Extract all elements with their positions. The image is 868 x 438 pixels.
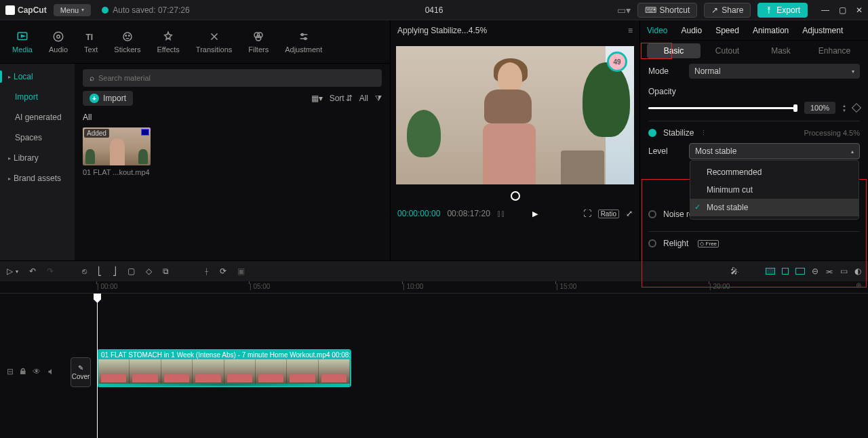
opacity-stepper[interactable]: ▲▼: [842, 104, 846, 113]
crop-preview-icon[interactable]: ⛶: [583, 209, 591, 218]
crop-icon[interactable]: ▣: [237, 266, 245, 276]
settings-icon[interactable]: ◐: [854, 266, 861, 276]
undo-icon[interactable]: ↶: [29, 266, 36, 276]
video-clip[interactable]: 01 FLAT STOMACH in 1 Week (Intense Abs) …: [97, 349, 351, 387]
play-button[interactable]: ▶: [532, 210, 538, 218]
preview-player: Applying Stabilize...4.5% ≡ 49 00:00:00:…: [391, 20, 640, 260]
track-toggle-2[interactable]: [782, 268, 789, 275]
progress-badge: 49: [607, 52, 627, 72]
inspector-tab-speed[interactable]: Speed: [715, 26, 739, 35]
level-select[interactable]: Most stable▴ Recommended Minimum cut ✓Mo…: [689, 143, 860, 159]
trim-left-icon[interactable]: ⎣: [98, 266, 102, 276]
minimize-icon[interactable]: —: [821, 5, 829, 15]
opacity-value[interactable]: 100%: [804, 102, 835, 114]
stabilize-checkbox[interactable]: [648, 129, 656, 137]
media-thumbnail[interactable]: Added 01 FLAT ...kout.mp4: [83, 127, 151, 176]
relight-checkbox[interactable]: [648, 239, 656, 247]
level-option-recommended[interactable]: Recommended: [690, 163, 859, 181]
shortcut-button[interactable]: ⌨Shortcut: [637, 3, 698, 18]
grid-view-icon[interactable]: ▦▾: [311, 94, 323, 103]
pointer-tool-icon[interactable]: ▷: [7, 266, 13, 276]
track-visibility-icon[interactable]: 👁︎: [33, 367, 41, 376]
magnet-icon[interactable]: ⊖: [812, 266, 818, 276]
track-toggle-3[interactable]: [795, 268, 805, 275]
search-input[interactable]: ⌕: [83, 69, 382, 87]
fullscreen-icon[interactable]: ⤢: [626, 209, 633, 218]
pointer-menu-icon[interactable]: ▾: [16, 268, 18, 275]
keyframe-icon[interactable]: [852, 103, 861, 113]
ratio-button[interactable]: Ratio: [598, 210, 619, 218]
search-icon: ⌕: [90, 73, 94, 83]
tab-media[interactable]: Media: [4, 26, 41, 58]
export-button[interactable]: ⭱Export: [757, 3, 808, 18]
player-menu-icon[interactable]: ≡: [628, 26, 633, 35]
sidebar-item-spaces[interactable]: Spaces: [0, 127, 75, 148]
tab-adjustment[interactable]: Adjustment: [277, 26, 330, 58]
track-toggle-1[interactable]: [766, 268, 775, 275]
tab-stickers[interactable]: Stickers: [106, 26, 149, 58]
processing-spinner-icon: [511, 191, 520, 201]
logo-icon: [5, 5, 15, 15]
stabilize-label: Stabilize: [663, 128, 694, 138]
tab-effects[interactable]: Effects: [149, 26, 187, 58]
preview-icon[interactable]: ▭: [840, 266, 848, 276]
import-button[interactable]: +Import: [83, 91, 133, 106]
subtab-cutout[interactable]: Cutout: [701, 43, 754, 58]
subtab-enhance[interactable]: Enhance: [808, 43, 861, 58]
video-preview[interactable]: 49: [396, 46, 634, 184]
sidebar-item-library[interactable]: ▸Library: [0, 148, 75, 168]
track-collapse-icon[interactable]: ⊟: [7, 367, 14, 376]
close-icon[interactable]: ✕: [856, 5, 863, 15]
timeline-body[interactable]: ⊟ 🔒︎ 👁︎ 🔈︎ ✎ Cover 01 FLAT STOMACH in 1 …: [0, 294, 868, 438]
sidebar-item-import[interactable]: Import: [0, 87, 75, 107]
rotate-icon[interactable]: ⟳: [220, 266, 226, 276]
link-icon[interactable]: ⫘: [825, 266, 833, 276]
track-lock-icon[interactable]: 🔒︎: [19, 367, 27, 376]
compare-icon[interactable]: ⫿⫿: [497, 209, 505, 218]
inspector-tab-video[interactable]: Video: [647, 26, 667, 35]
ruler-tick: | 20:00: [709, 283, 730, 290]
layout-icon[interactable]: ▭▾: [617, 5, 631, 15]
mirror-icon[interactable]: ⟊: [204, 266, 209, 276]
sidebar-item-brand[interactable]: ▸Brand assets: [0, 168, 75, 188]
noise-checkbox[interactable]: [648, 210, 656, 218]
tab-audio[interactable]: Audio: [41, 26, 76, 58]
sidebar-item-local[interactable]: ▸Local: [0, 66, 75, 87]
redo-icon[interactable]: ↷: [47, 266, 54, 276]
tab-text[interactable]: TIText: [76, 26, 106, 58]
split-icon[interactable]: ⎋: [82, 266, 87, 276]
sort-button[interactable]: Sort ⇵: [330, 94, 353, 103]
copy-icon[interactable]: ⧉: [163, 266, 169, 276]
project-name[interactable]: 0416: [425, 5, 443, 15]
free-badge: ◇ Free: [698, 240, 719, 247]
ruler-tick: | 05:00: [250, 283, 270, 290]
share-button[interactable]: ↗Share: [704, 3, 751, 18]
trim-right-icon[interactable]: ⎦: [113, 266, 117, 276]
inspector-tab-adjustment[interactable]: Adjustment: [802, 26, 843, 35]
stabilize-menu-icon[interactable]: ⋮: [701, 130, 707, 136]
zoom-icon[interactable]: ⊕: [856, 281, 861, 289]
marker-icon[interactable]: ◇: [146, 266, 152, 276]
mode-select[interactable]: Normal▾: [689, 64, 860, 79]
filter-icon[interactable]: ⧩: [375, 94, 382, 103]
media-section: Media Audio TIText Stickers Effects Tran…: [0, 20, 391, 260]
level-option-minimum[interactable]: Minimum cut: [690, 181, 859, 199]
inspector-tab-audio[interactable]: Audio: [681, 26, 702, 35]
svg-marker-1: [21, 35, 24, 37]
menu-button[interactable]: Menu▾: [54, 4, 92, 16]
sidebar-item-ai[interactable]: AI generated: [0, 107, 75, 127]
tab-transitions[interactable]: Transitions: [188, 26, 240, 58]
maximize-icon[interactable]: ▢: [839, 5, 846, 15]
filter-all-button[interactable]: All: [359, 94, 368, 103]
subtab-basic[interactable]: Basic: [647, 43, 701, 58]
inspector-tab-animation[interactable]: Animation: [753, 26, 789, 35]
mic-icon[interactable]: 🎤︎: [730, 266, 738, 276]
tab-filters[interactable]: Filters: [240, 26, 277, 58]
level-option-most-stable[interactable]: ✓Most stable: [690, 199, 859, 216]
track-mute-icon[interactable]: 🔈︎: [46, 367, 54, 376]
opacity-slider[interactable]: [648, 107, 797, 109]
delete-icon[interactable]: ▢: [127, 266, 135, 276]
timeline-ruler[interactable]: ⊕ | 00:00| 05:00| 10:00| 15:00| 20:00: [0, 281, 868, 294]
subtab-mask[interactable]: Mask: [754, 43, 808, 58]
cover-button[interactable]: ✎ Cover: [71, 357, 91, 387]
